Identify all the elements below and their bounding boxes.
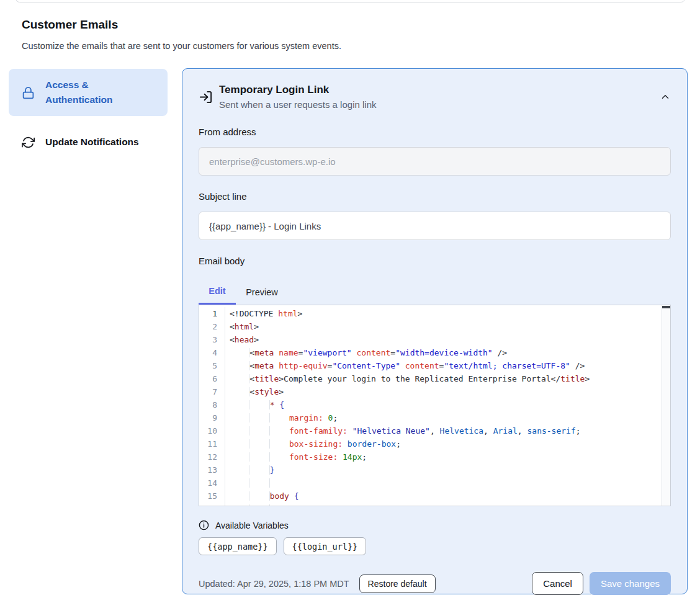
sidebar-item-update-notifications[interactable]: Update Notifications [9,131,168,153]
card-header: Temporary Login Link Sent when a user re… [199,84,671,110]
line-number: 1 [199,307,225,320]
subject-line-label: Subject line [199,191,671,202]
line-number: 12 [199,450,225,463]
editor-scrollbar-thumb[interactable] [662,306,670,308]
chevron-up-icon[interactable] [660,91,671,102]
line-number: 8 [199,398,225,411]
card-footer: Updated: Apr 29, 2025, 1:18 PM MDT Resto… [199,572,671,595]
subject-line-input[interactable] [199,212,671,240]
line-number: 10 [199,424,225,437]
code-line[interactable]: 12 font-size: 14px; [199,450,670,463]
code-line[interactable]: 7 <style> [199,385,670,398]
editor-tabs: Edit Preview [199,279,671,305]
code-line[interactable]: 1<!DOCTYPE html> [199,307,670,320]
code-line[interactable]: 10 font-family: "Helvetica Neue", Helvet… [199,424,670,437]
from-address-label: From address [199,127,671,137]
line-number: 6 [199,372,225,385]
line-number: 4 [199,346,225,359]
line-number: 3 [199,333,225,346]
sidebar-item-access-authentication[interactable]: Access & Authentication [9,69,168,116]
tab-preview[interactable]: Preview [236,279,288,305]
code-line[interactable]: 5 <meta http-equiv="Content-Type" conten… [199,359,670,372]
temporary-login-link-card: Temporary Login Link Sent when a user re… [182,68,688,594]
line-number: 7 [199,385,225,398]
info-icon [199,520,209,530]
previous-card-bottom-edge [16,0,685,2]
line-number: 15 [199,490,225,503]
code-line[interactable]: 15 body { [199,490,670,503]
card-title: Temporary Login Link [219,84,376,96]
code-line[interactable]: 8 * { [199,398,670,411]
code-lines: 1<!DOCTYPE html>2<html>3<head>4 <meta na… [199,305,670,506]
line-number: 11 [199,437,225,450]
tab-edit[interactable]: Edit [199,279,236,305]
code-line[interactable]: 14 [199,476,670,490]
card-subtitle: Sent when a user requests a login link [219,99,376,110]
code-line[interactable]: 13 } [199,463,670,476]
from-address-input[interactable] [199,147,671,176]
sidebar-item-label: Access & Authentication [45,78,145,107]
refresh-icon [22,136,35,149]
updated-timestamp: Updated: Apr 29, 2025, 1:18 PM MDT [199,579,349,589]
available-variables-label: Available Variables [215,521,289,530]
code-line[interactable]: 4 <meta name="viewport" content="width=d… [199,346,670,359]
code-line[interactable]: 11 box-sizing: border-box; [199,437,670,450]
login-icon [199,90,213,104]
line-number: 9 [199,411,225,424]
code-line[interactable]: 9 margin: 0; [199,411,670,424]
email-body-code-editor[interactable]: 1<!DOCTYPE html>2<html>3<head>4 <meta na… [199,305,671,506]
lock-icon [22,86,35,100]
variable-chips: {{app_name}}{{login_url}} [199,537,671,555]
line-number: 14 [199,476,225,490]
card-header-text: Temporary Login Link Sent when a user re… [219,84,376,110]
code-line[interactable]: 16 background-color: #ffffff; [199,503,670,506]
page-subtitle: Customize the emails that are sent to yo… [22,41,341,51]
line-number: 16 [199,503,225,506]
cancel-button[interactable]: Cancel [532,572,583,595]
variable-chip[interactable]: {{app_name}} [199,537,277,555]
sidebar-item-label: Update Notifications [45,135,145,150]
editor-scrollbar[interactable] [662,305,670,506]
line-number: 2 [199,320,225,333]
restore-default-button[interactable]: Restore default [359,574,436,593]
available-variables-header: Available Variables [199,520,671,530]
variable-chip[interactable]: {{login_url}} [284,537,367,555]
code-line[interactable]: 2<html> [199,320,670,333]
email-types-sidebar: Access & Authentication Update Notificat… [9,69,168,153]
save-changes-button[interactable]: Save changes [590,572,671,595]
code-line[interactable]: 3<head> [199,333,670,346]
line-number: 5 [199,359,225,372]
email-body-label: Email body [199,256,671,266]
code-line[interactable]: 6 <title>Complete your login to the Repl… [199,372,670,385]
line-number: 13 [199,463,225,476]
page-title: Customer Emails [22,18,118,32]
